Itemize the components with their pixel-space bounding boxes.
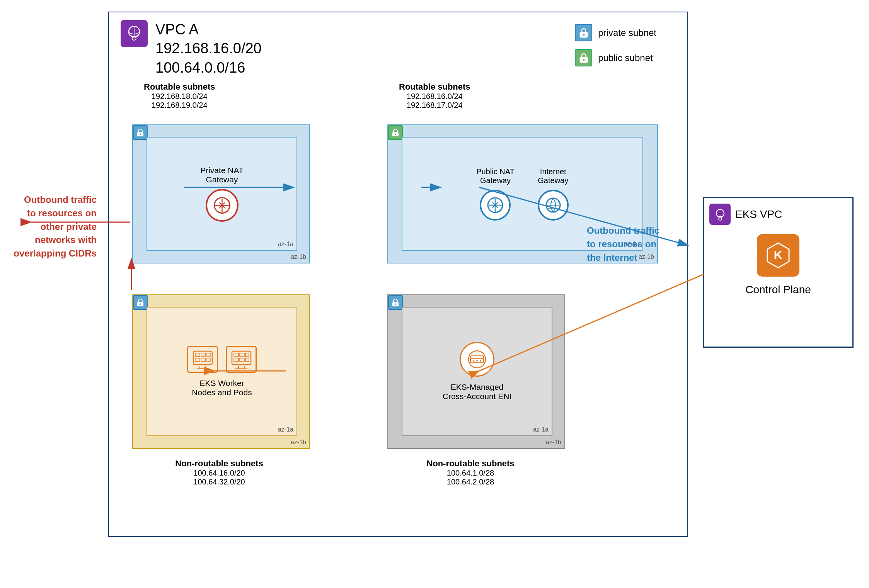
nonroutable-right-outer: EKS-ManagedCross-Account ENI az-1a az-1b — [387, 294, 565, 449]
nonroutable-left-cidr1: 100.64.16.0/20 — [136, 469, 302, 478]
worker-nodes-icons — [187, 346, 257, 373]
public-nat-content: Public NATGateway — [476, 167, 515, 221]
nonroutable-right-inner: EKS-ManagedCross-Account ENI az-1a — [402, 307, 552, 436]
routable-label-left-group: Routable subnets 192.168.18.0/24 192.168… — [144, 82, 215, 110]
vpc-a-cidr1: 192.168.16.0/20 — [155, 39, 262, 58]
nonroutable-right-label-group: Non-routable subnets 100.64.1.0/28 100.6… — [387, 459, 554, 486]
svg-point-43 — [473, 360, 474, 362]
routable-right-cidr2: 192.168.17.0/24 — [399, 101, 470, 110]
cross-eni-icon — [460, 342, 494, 377]
outbound-right-line2: to resources on — [587, 239, 656, 249]
svg-point-47 — [719, 217, 722, 220]
eks-vpc-icon — [709, 204, 731, 225]
outbound-left-label: Outbound traffic to resources on other p… — [8, 193, 97, 260]
internet-gw-icon — [538, 190, 569, 221]
legend-box: private subnet public subnet — [575, 24, 656, 66]
public-nat-label: Public NATGateway — [476, 167, 515, 185]
legend-private-icon — [575, 24, 592, 41]
svg-rect-23 — [201, 358, 206, 362]
eks-workers-az-outer: az-1b — [291, 439, 306, 446]
lock-badge-private-left — [133, 125, 148, 140]
legend-public-icon — [575, 49, 592, 66]
vpc-a-title: VPC A — [155, 20, 262, 39]
svg-point-40 — [469, 351, 486, 368]
outbound-left-line3: other private — [41, 221, 97, 232]
outbound-right-label: Outbound traffic to resources on the Int… — [587, 224, 695, 264]
vpc-a-icon — [121, 20, 148, 47]
worker-node-icon-1 — [187, 346, 218, 373]
internet-gw-content: InternetGateway — [538, 167, 569, 221]
private-nat-icon — [206, 189, 239, 222]
private-subnet-outer-left: Private NATGateway az-1a az-1b — [132, 124, 310, 263]
svg-point-17 — [140, 304, 141, 305]
svg-rect-32 — [234, 358, 239, 362]
svg-point-3 — [583, 34, 584, 36]
vpc-a-cidr2: 100.64.0.0/16 — [155, 58, 262, 77]
svg-point-39 — [395, 304, 396, 305]
eks-vpc-header: EKS VPC — [704, 198, 852, 230]
svg-point-5 — [583, 59, 584, 61]
legend-private: private subnet — [575, 24, 656, 41]
svg-point-7 — [140, 134, 141, 135]
nonroutable-right-label: Non-routable subnets — [387, 459, 554, 469]
svg-rect-24 — [207, 358, 210, 362]
eks-control-plane-section: K Control Plane — [704, 230, 852, 300]
lock-badge-nonroutable-left — [133, 295, 148, 310]
nonroutable-left-label: Non-routable subnets — [136, 459, 302, 469]
eks-vpc-title: EKS VPC — [735, 208, 782, 221]
outbound-right-line1: Outbound traffic — [587, 225, 659, 236]
outbound-left-line4: networks with — [35, 235, 97, 245]
cross-eni-az-outer: az-1b — [546, 439, 561, 446]
routable-left-label: Routable subnets — [144, 82, 215, 92]
routable-right-label: Routable subnets — [399, 82, 470, 92]
internet-gw-label: InternetGateway — [538, 167, 568, 185]
public-nat-icon — [480, 190, 511, 221]
lock-badge-public-right — [388, 125, 403, 140]
svg-rect-29 — [234, 353, 239, 357]
svg-point-45 — [480, 360, 481, 362]
svg-rect-21 — [207, 353, 210, 357]
svg-rect-30 — [240, 353, 244, 357]
private-nat-az-inner: az-1a — [278, 241, 293, 248]
routable-right-cidr1: 192.168.16.0/24 — [399, 92, 470, 101]
outbound-left-line2: to resources on — [27, 208, 97, 218]
svg-point-44 — [476, 360, 478, 362]
eks-workers-label: EKS WorkerNodes and Pods — [192, 379, 252, 397]
routable-left-cidr1: 192.168.18.0/24 — [144, 92, 215, 101]
legend-private-label: private subnet — [598, 27, 656, 38]
svg-rect-34 — [245, 358, 249, 362]
eks-cp-label: Control Plane — [745, 284, 811, 296]
outbound-right-line3: the Internet — [587, 252, 637, 263]
eks-k-icon: K — [757, 234, 799, 277]
eks-workers-az-inner: az-1a — [278, 426, 293, 433]
worker-node-icon-2 — [226, 346, 257, 373]
vpc-a-box: VPC A 192.168.16.0/20 100.64.0.0/16 priv… — [108, 12, 688, 537]
svg-rect-31 — [245, 353, 249, 357]
svg-rect-41 — [470, 356, 484, 363]
nonroutable-left-cidr2: 100.64.32.0/20 — [136, 478, 302, 486]
svg-rect-22 — [195, 358, 200, 362]
private-nat-label: Private NATGateway — [200, 166, 244, 184]
outbound-left-line1: Outbound traffic — [24, 194, 97, 205]
svg-text:K: K — [774, 248, 782, 262]
legend-public-label: public subnet — [598, 53, 653, 63]
nonroutable-left-inner: EKS WorkerNodes and Pods az-1a — [147, 307, 297, 436]
lock-badge-nonroutable-right — [388, 295, 403, 310]
vpc-a-title-group: VPC A 192.168.16.0/20 100.64.0.0/16 — [155, 20, 262, 77]
private-nat-az-outer: az-1b — [291, 253, 306, 260]
private-subnet-inner-left: Private NATGateway az-1a — [147, 137, 297, 251]
outbound-left-line5: overlapping CIDRs — [14, 248, 97, 258]
cross-eni-az-inner: az-1a — [533, 426, 549, 433]
svg-rect-33 — [240, 358, 244, 362]
eks-vpc-box: EKS VPC K Control Plane — [703, 197, 854, 348]
nonroutable-left-outer: EKS WorkerNodes and Pods az-1a az-1b — [132, 294, 310, 449]
nonroutable-right-cidr1: 100.64.1.0/28 — [387, 469, 554, 478]
legend-public: public subnet — [575, 49, 656, 66]
nonroutable-right-cidr2: 100.64.2.0/28 — [387, 478, 554, 486]
routable-label-right-group: Routable subnets 192.168.16.0/24 192.168… — [399, 82, 470, 110]
svg-point-12 — [395, 134, 396, 135]
routable-left-cidr2: 192.168.19.0/24 — [144, 101, 215, 110]
svg-rect-20 — [201, 353, 206, 357]
private-nat-content: Private NATGateway — [147, 138, 296, 250]
nonroutable-left-label-group: Non-routable subnets 100.64.16.0/20 100.… — [136, 459, 302, 486]
